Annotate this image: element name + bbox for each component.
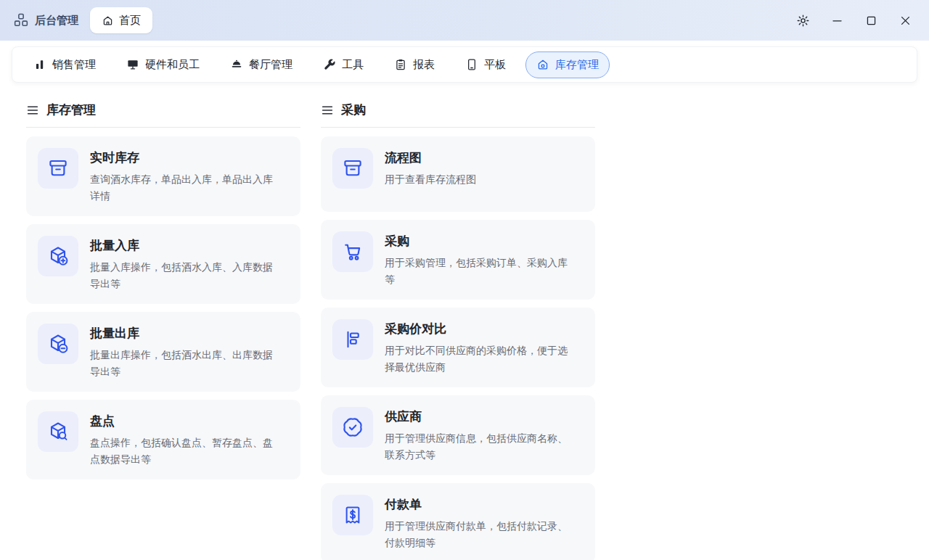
card-batch-inbound[interactable]: 批量入库 批量入库操作，包括酒水入库、入库数据导出等 [26, 224, 300, 304]
card-price-compare[interactable]: 采购价对比 用于对比不同供应商的采购价格，便于选择最优供应商 [321, 308, 595, 387]
card-suppliers[interactable]: 供应商 用于管理供应商信息，包括供应商名称、联系方式等 [321, 395, 595, 475]
card-payment-orders[interactable]: 付款单 用于管理供应商付款单，包括付款记录、付款明细等 [321, 483, 595, 560]
maximize-button[interactable] [863, 12, 879, 28]
badge-check-icon [332, 407, 373, 448]
card-desc: 用于管理供应商付款单，包括付款记录、付款明细等 [385, 518, 570, 551]
wrench-icon [323, 58, 336, 71]
cube-minus-icon [38, 324, 78, 364]
section-header: 采购 [321, 100, 595, 128]
app-title: 后台管理 [35, 14, 78, 28]
nav-item-restaurant[interactable]: 餐厅管理 [219, 52, 303, 78]
card-text: 盘点 盘点操作，包括确认盘点、暂存盘点、盘点数据导出等 [90, 411, 276, 468]
card-text: 供应商 用于管理供应商信息，包括供应商名称、联系方式等 [385, 407, 570, 464]
storage-box-icon [38, 148, 78, 189]
section-purchase: 采购 流程图 用于查看库存流程图 [321, 100, 595, 560]
card-text: 付款单 用于管理供应商付款单，包括付款记录、付款明细等 [385, 495, 570, 551]
card-title: 采购价对比 [385, 321, 570, 337]
card-title: 盘点 [90, 413, 276, 429]
nav-item-label: 硬件和员工 [145, 58, 200, 72]
main-content: 库存管理 实时库存 查询酒水库存，单品出入库，单品出入库详情 [0, 83, 929, 560]
card-text: 批量出库 批量出库操作，包括酒水出库、出库数据导出等 [90, 324, 276, 380]
dollar-receipt-icon [332, 495, 373, 535]
card-desc: 批量出库操作，包括酒水出库、出库数据导出等 [90, 347, 276, 380]
minimize-button[interactable] [829, 12, 845, 28]
section-title: 库存管理 [46, 102, 96, 118]
nav-item-tablet[interactable]: 平板 [454, 52, 517, 78]
nav-item-label: 销售管理 [52, 58, 96, 72]
list-menu-icon [26, 104, 39, 117]
report-icon [394, 58, 407, 71]
card-desc: 用于采购管理，包括采购订单、采购入库等 [385, 255, 570, 288]
monitor-icon [126, 58, 139, 71]
section-inventory: 库存管理 实时库存 查询酒水库存，单品出入库，单品出入库详情 [26, 100, 300, 487]
card-purchase[interactable]: 采购 用于采购管理，包括采购订单、采购入库等 [321, 220, 595, 300]
nav-item-label: 平板 [484, 58, 506, 72]
section-header: 库存管理 [26, 100, 300, 128]
app-brand: 后台管理 [13, 12, 78, 28]
settings-gear-icon[interactable] [795, 12, 811, 28]
nav-item-label: 餐厅管理 [249, 58, 292, 72]
card-title: 批量出库 [90, 325, 276, 342]
list-menu-icon [321, 104, 334, 117]
restaurant-icon [230, 58, 243, 71]
card-text: 批量入库 批量入库操作，包括酒水入库、入库数据导出等 [90, 236, 276, 292]
cart-icon [332, 231, 373, 272]
close-button[interactable] [897, 12, 913, 28]
titlebar: 后台管理 首页 [0, 0, 929, 41]
app-logo-icon [13, 12, 29, 28]
card-text: 采购价对比 用于对比不同供应商的采购价格，便于选择最优供应商 [385, 319, 570, 376]
nav-item-sales[interactable]: 销售管理 [22, 52, 107, 78]
card-desc: 用于管理供应商信息，包括供应商名称、联系方式等 [385, 430, 570, 464]
card-desc: 用于查看库存流程图 [385, 171, 476, 188]
card-title: 流程图 [385, 149, 476, 166]
tablet-icon [465, 58, 478, 71]
card-desc: 用于对比不同供应商的采购价格，便于选择最优供应商 [385, 342, 570, 376]
tab-home[interactable]: 首页 [90, 7, 152, 33]
nav-item-label: 库存管理 [555, 58, 599, 72]
cube-search-icon [38, 411, 78, 452]
tab-home-label: 首页 [119, 14, 141, 28]
card-text: 流程图 用于查看库存流程图 [385, 148, 476, 200]
home-icon [102, 15, 114, 27]
nav-item-tools[interactable]: 工具 [312, 52, 375, 78]
bar-chart-icon [33, 58, 46, 71]
nav-item-label: 工具 [342, 58, 364, 72]
nav-item-inventory[interactable]: 库存管理 [525, 52, 610, 78]
card-title: 付款单 [385, 496, 570, 513]
card-title: 实时库存 [90, 149, 276, 166]
card-batch-outbound[interactable]: 批量出库 批量出库操作，包括酒水出库、出库数据导出等 [26, 312, 300, 392]
card-desc: 批量入库操作，包括酒水入库、入库数据导出等 [90, 259, 276, 292]
price-compare-icon [332, 319, 373, 360]
card-desc: 查询酒水库存，单品出入库，单品出入库详情 [90, 171, 276, 205]
card-text: 采购 用于采购管理，包括采购订单、采购入库等 [385, 231, 570, 288]
storage-box-icon [332, 148, 373, 189]
warehouse-icon [536, 58, 549, 71]
nav-item-hardware-staff[interactable]: 硬件和员工 [115, 52, 210, 78]
card-stocktaking[interactable]: 盘点 盘点操作，包括确认盘点、暂存盘点、盘点数据导出等 [26, 400, 300, 479]
card-title: 批量入库 [90, 237, 276, 254]
card-text: 实时库存 查询酒水库存，单品出入库，单品出入库详情 [90, 148, 276, 205]
cube-plus-icon [38, 236, 78, 276]
card-realtime-inventory[interactable]: 实时库存 查询酒水库存，单品出入库，单品出入库详情 [26, 136, 300, 216]
main-nav: 销售管理 硬件和员工 餐厅管理 工具 [12, 46, 917, 83]
section-title: 采购 [341, 102, 366, 118]
nav-item-reports[interactable]: 报表 [383, 52, 446, 78]
window-controls [795, 12, 913, 28]
card-flowchart[interactable]: 流程图 用于查看库存流程图 [321, 136, 595, 212]
card-title: 供应商 [385, 408, 570, 425]
card-title: 采购 [385, 233, 570, 250]
card-desc: 盘点操作，包括确认盘点、暂存盘点、盘点数据导出等 [90, 435, 276, 468]
nav-item-label: 报表 [413, 58, 435, 72]
